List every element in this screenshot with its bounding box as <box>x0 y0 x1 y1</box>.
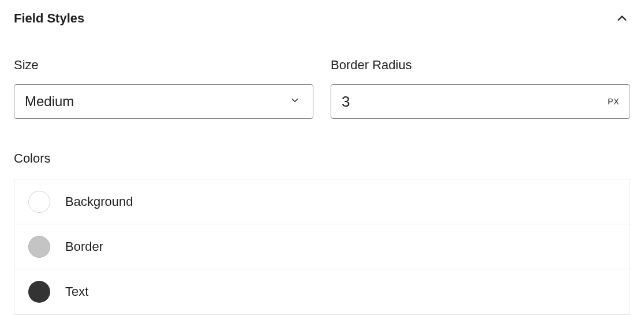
border-radius-input[interactable] <box>342 93 608 111</box>
border-radius-label: Border Radius <box>331 58 630 73</box>
size-value: Medium <box>25 93 302 110</box>
color-row-border[interactable]: Border <box>14 224 630 269</box>
panel-header[interactable]: Field Styles <box>14 10 630 27</box>
border-radius-field: Border Radius PX <box>331 58 630 119</box>
color-swatch-icon <box>28 191 50 213</box>
color-label: Background <box>65 194 133 209</box>
size-label: Size <box>14 58 313 73</box>
border-radius-input-wrap[interactable]: PX <box>331 84 630 119</box>
chevron-up-icon[interactable] <box>614 10 630 27</box>
color-label: Border <box>65 239 103 254</box>
color-list: Background Border Text <box>14 179 630 315</box>
size-select[interactable]: Medium <box>14 84 313 119</box>
colors-label: Colors <box>14 151 630 166</box>
panel-title: Field Styles <box>14 11 84 26</box>
color-row-text[interactable]: Text <box>14 269 630 314</box>
controls-row: Size Medium Border Radius PX <box>14 58 630 119</box>
border-radius-unit: PX <box>608 97 619 106</box>
color-swatch-icon <box>28 236 50 258</box>
size-field: Size Medium <box>14 58 313 119</box>
color-row-background[interactable]: Background <box>14 179 630 224</box>
color-swatch-icon <box>28 281 50 303</box>
color-label: Text <box>65 284 88 299</box>
